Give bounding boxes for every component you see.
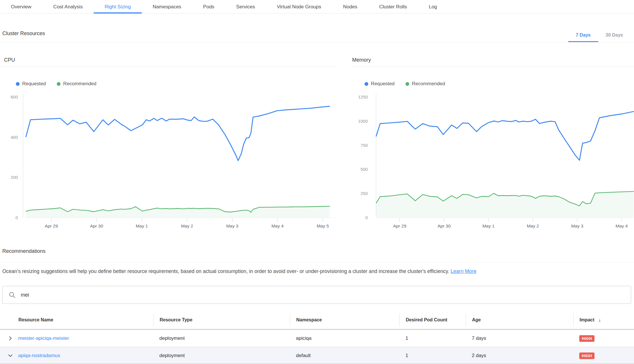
svg-text:May 4: May 4	[271, 223, 284, 228]
memory-chart-title: Memory	[352, 57, 371, 63]
description-text: Ocean's resizing suggestions will help y…	[2, 268, 449, 274]
recommendations-description: Ocean's resizing suggestions will help y…	[2, 268, 476, 274]
tab-log[interactable]: Log	[418, 0, 448, 14]
tab-right-sizing[interactable]: Right Sizing	[94, 0, 142, 14]
resource-type-cell: deployment	[153, 335, 290, 341]
legend-label: Requested	[371, 81, 395, 87]
top-nav: OverviewCost AnalysisRight SizingNamespa…	[0, 0, 634, 14]
column-header-namespace[interactable]: Namespace	[290, 314, 399, 326]
svg-text:Apr 29: Apr 29	[45, 223, 58, 228]
range-tab-30-days[interactable]: 30 Days	[598, 28, 631, 42]
svg-text:200: 200	[11, 175, 18, 180]
svg-text:May 5: May 5	[317, 223, 329, 228]
legend-label: Recommended	[412, 81, 445, 87]
svg-text:May 4: May 4	[616, 223, 628, 228]
learn-more-link[interactable]: Learn More	[451, 268, 477, 274]
tab-virtual-node-groups[interactable]: Virtual Node Groups	[266, 0, 332, 14]
table-row[interactable]: apiqa-nostradamusdeploymentdefault12 day…	[0, 347, 634, 364]
legend-item-requested[interactable]: Requested	[16, 81, 46, 87]
svg-text:May 2: May 2	[527, 223, 539, 228]
svg-text:May 2: May 2	[181, 223, 193, 228]
resource-type-cell: deployment	[153, 353, 290, 359]
svg-text:500: 500	[361, 167, 368, 172]
column-header-desired-pod-count[interactable]: Desired Pod Count	[399, 314, 466, 326]
tab-namespaces[interactable]: Namespaces	[142, 0, 192, 14]
svg-text:1250: 1250	[358, 94, 368, 99]
pod-count-cell: 1	[399, 353, 466, 359]
svg-text:0: 0	[16, 215, 18, 220]
search-input[interactable]	[20, 292, 625, 298]
range-tab-7-days[interactable]: 7 Days	[568, 28, 598, 42]
recommendations-title: Recommendations	[2, 248, 46, 254]
svg-text:Apr 30: Apr 30	[437, 223, 451, 228]
search-icon	[8, 291, 16, 299]
column-header-age[interactable]: Age	[466, 314, 573, 326]
svg-text:May 3: May 3	[571, 223, 583, 228]
impact-badge: HIGH	[579, 335, 595, 342]
chevron-down-icon[interactable]	[7, 353, 13, 359]
age-cell: 7 days	[466, 335, 573, 341]
table-body: meister-apiciqa-meisterdeploymentapiciqa…	[0, 330, 634, 364]
sort-desc-icon[interactable]: ↓	[599, 317, 601, 323]
divider	[0, 42, 634, 42]
legend-item-recommended[interactable]: Recommended	[405, 81, 445, 87]
memory-line-chart: 025050075010001250Apr 29Apr 30May 1May 2…	[351, 92, 634, 230]
tab-pods[interactable]: Pods	[192, 0, 225, 14]
tab-nodes[interactable]: Nodes	[332, 0, 368, 14]
resource-name-link[interactable]: meister-apiciqa-meister	[18, 335, 69, 341]
requested-dot-icon	[365, 82, 368, 86]
divider	[0, 67, 335, 67]
divider	[351, 67, 634, 67]
divider	[0, 262, 634, 263]
memory-legend: Requested Recommended	[365, 81, 445, 87]
legend-label: Recommended	[63, 81, 96, 87]
column-header-impact[interactable]: Impact↓	[573, 314, 634, 326]
legend-item-recommended[interactable]: Recommended	[57, 81, 96, 87]
tab-cluster-rolls[interactable]: Cluster Rolls	[368, 0, 418, 14]
legend-label: Requested	[22, 81, 46, 87]
svg-text:1000: 1000	[358, 119, 368, 124]
cpu-legend: Requested Recommended	[16, 81, 97, 87]
column-header-resource-type[interactable]: Resource Type	[153, 314, 290, 326]
svg-text:May 1: May 1	[482, 223, 495, 228]
svg-text:750: 750	[361, 143, 368, 148]
namespace-cell: apiciqa	[290, 335, 399, 341]
svg-text:May 1: May 1	[136, 223, 148, 228]
column-header-resource-name[interactable]: Resource Name	[0, 314, 153, 326]
legend-item-requested[interactable]: Requested	[365, 81, 395, 87]
svg-text:250: 250	[361, 191, 368, 196]
recommended-dot-icon	[405, 82, 409, 86]
impact-badge: HIGH	[579, 352, 595, 359]
svg-text:400: 400	[11, 135, 18, 140]
svg-text:600: 600	[11, 94, 18, 99]
age-cell: 2 days	[466, 353, 573, 359]
requested-dot-icon	[16, 82, 20, 86]
resource-name-link[interactable]: apiqa-nostradamus	[18, 353, 60, 359]
chevron-right-icon[interactable]	[7, 335, 13, 341]
svg-text:0: 0	[365, 215, 368, 220]
cluster-resources-title: Cluster Resources	[2, 31, 45, 37]
svg-text:Apr 29: Apr 29	[393, 223, 406, 228]
cpu-line-chart: 0200400600Apr 29Apr 30May 1May 2May 3May…	[0, 92, 335, 230]
table-header: Resource Name Resource Type Namespace De…	[0, 311, 634, 330]
range-tabs: 7 Days30 Days	[568, 28, 631, 42]
tab-overview[interactable]: Overview	[0, 0, 42, 14]
tab-services[interactable]: Services	[225, 0, 266, 14]
recommended-dot-icon	[57, 82, 61, 86]
namespace-cell: default	[290, 353, 399, 359]
search-box[interactable]	[2, 286, 631, 304]
tab-cost-analysis[interactable]: Cost Analysis	[42, 0, 94, 14]
svg-text:May 3: May 3	[226, 223, 238, 228]
svg-text:Apr 30: Apr 30	[90, 223, 103, 228]
cpu-chart-title: CPU	[4, 57, 15, 63]
table-row[interactable]: meister-apiciqa-meisterdeploymentapiciqa…	[0, 330, 634, 347]
pod-count-cell: 1	[399, 335, 466, 341]
